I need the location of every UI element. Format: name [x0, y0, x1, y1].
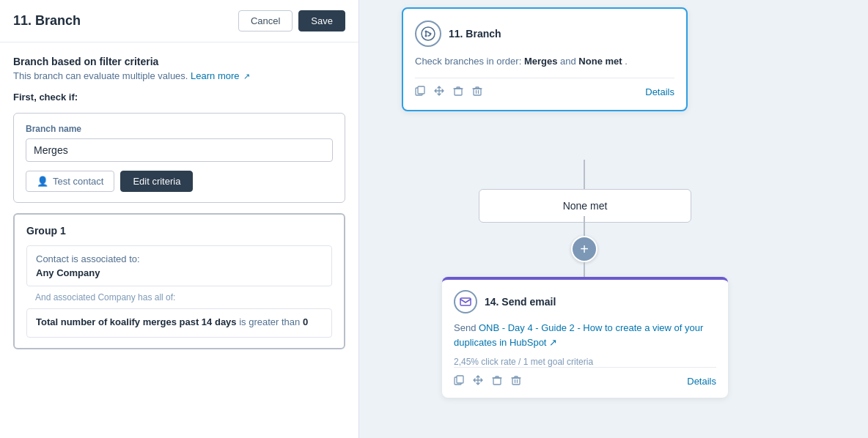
panel-title: 11. Branch [13, 13, 81, 29]
connector-v-2 [584, 216, 585, 238]
trash-icon[interactable] [472, 86, 482, 98]
svg-rect-12 [512, 378, 520, 385]
svg-rect-5 [418, 86, 424, 94]
send-email-body: Send ONB - Day 4 - Guide 2 - How to crea… [454, 321, 716, 349]
send-email-details-link[interactable]: Details [687, 376, 716, 387]
svg-rect-6 [455, 89, 462, 95]
left-panel: 11. Branch Cancel Save Branch based on f… [0, 0, 359, 438]
group-title: Group 1 [26, 225, 332, 237]
criteria-block-2: Total number of koalify merges past 14 d… [26, 308, 332, 338]
right-panel: 11. Branch Check branches in order: Merg… [359, 0, 868, 438]
send-email-actions: Details [454, 367, 716, 387]
delete-outline-icon[interactable] [453, 86, 463, 98]
add-button[interactable]: + [571, 236, 597, 262]
branch-suffix: . [625, 56, 628, 67]
send-email-move-icon[interactable] [473, 375, 483, 387]
send-email-copy-icon[interactable] [454, 375, 464, 387]
branch-node-actions: Details [415, 78, 674, 98]
none-met-label: None met [563, 200, 608, 212]
branch-based-heading: Branch based on filter criteria [13, 56, 345, 67]
send-email-action-icons [454, 375, 521, 387]
svg-point-2 [425, 35, 427, 37]
svg-point-3 [430, 33, 432, 35]
send-email-title: 14. Send email [485, 296, 556, 308]
send-email-ext-icon: ↗ [549, 337, 557, 348]
svg-rect-7 [474, 89, 481, 95]
criteria-block-1: Contact is associated to: Any Company [26, 245, 332, 286]
branch-node-body: Check branches in order: Merges and None… [415, 54, 674, 69]
edit-criteria-button[interactable]: Edit criteria [120, 171, 193, 192]
send-email-node: 14. Send email Send ONB - Day 4 - Guide … [442, 277, 728, 398]
svg-rect-10 [457, 376, 463, 383]
branch-action-icons [415, 86, 482, 98]
learn-more-link[interactable]: Learn more ↗ [191, 70, 250, 81]
none-met-node: None met [479, 189, 691, 223]
cancel-button[interactable]: Cancel [238, 10, 293, 31]
branch-node-header: 11. Branch [415, 21, 674, 47]
branch-subtext-text: This branch can evaluate multiple values… [13, 70, 188, 81]
branch-subtext: This branch can evaluate multiple values… [13, 70, 345, 81]
save-button[interactable]: Save [298, 10, 345, 31]
branch-node: 11. Branch Check branches in order: Merg… [402, 7, 688, 111]
connector-v-1 [584, 160, 585, 189]
move-icon[interactable] [434, 86, 444, 98]
branch-node-title: 11. Branch [449, 28, 501, 40]
branch-node-icon [415, 21, 441, 47]
email-icon [454, 290, 477, 313]
criteria-2-condition: Total number of koalify merges past 14 d… [36, 316, 323, 327]
external-link-icon: ↗ [243, 72, 250, 81]
send-email-delete-icon[interactable] [492, 375, 502, 387]
branch-name-label: Branch name [26, 124, 333, 134]
learn-more-label: Learn more [191, 70, 239, 81]
header-buttons: Cancel Save [238, 10, 345, 31]
svg-point-1 [425, 31, 427, 33]
svg-point-0 [422, 27, 435, 40]
copy-icon[interactable] [415, 86, 425, 98]
panel-body: Branch based on filter criteria This bra… [0, 42, 358, 438]
branch-details-link[interactable]: Details [645, 86, 674, 97]
first-check-label: First, check if: [13, 92, 345, 103]
send-email-link-text: ONB - Day 4 - Guide 2 - How to create a … [454, 322, 703, 348]
test-contact-label: Test contact [53, 176, 103, 187]
send-prefix: Send [454, 322, 476, 333]
criteria-2-operator: is greater than [239, 316, 303, 327]
criteria-row: 👤 Test contact Edit criteria [26, 171, 333, 192]
send-email-trash-icon[interactable] [511, 375, 521, 387]
branch-bold-2: None met [578, 56, 622, 67]
criteria-2-condition-text: Total number of koalify merges past 14 d… [36, 316, 237, 327]
branch-body-prefix: Check branches in order: [415, 56, 521, 67]
test-contact-button[interactable]: 👤 Test contact [26, 171, 114, 192]
send-email-meta: 2,45% click rate / 1 met goal criteria [454, 357, 716, 367]
panel-header: 11. Branch Cancel Save [0, 0, 358, 42]
criteria-and-label: And associated Company has all of: [26, 292, 332, 302]
send-email-link[interactable]: ONB - Day 4 - Guide 2 - How to create a … [454, 322, 703, 348]
svg-rect-8 [460, 298, 471, 305]
group-card: Group 1 Contact is associated to: Any Co… [13, 213, 345, 349]
criteria-2-value: 0 [303, 316, 308, 327]
send-email-header: 14. Send email [454, 290, 716, 313]
branch-card: Branch name 👤 Test contact Edit criteria [13, 113, 345, 203]
svg-rect-11 [493, 378, 501, 385]
branch-bold-1: Merges [524, 56, 558, 67]
criteria-1-line1: Contact is associated to: [36, 253, 323, 264]
criteria-1-value: Any Company [36, 267, 323, 278]
branch-name-input[interactable] [26, 138, 333, 162]
person-icon: 👤 [37, 176, 48, 187]
add-icon: + [580, 241, 589, 258]
branch-and-text: and [560, 56, 576, 67]
